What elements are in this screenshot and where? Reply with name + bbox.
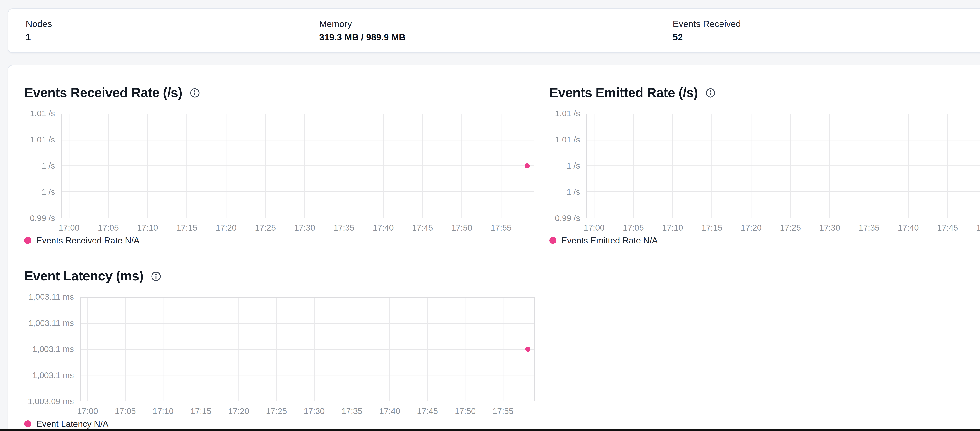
vertical-gridline [68, 114, 69, 217]
x-axis-tick-label: 17:15 [190, 406, 211, 416]
chart-legend[interactable]: Events Emitted Rate N/A [549, 235, 980, 246]
vertical-gridline [465, 298, 466, 401]
vertical-gridline [344, 114, 344, 217]
stats-summary-bar: Nodes 1 Memory 319.3 MB / 989.9 MB Event… [8, 8, 980, 53]
chart-plot-area[interactable]: 1,003.11 ms1,003.11 ms1,003.1 ms1,003.1 … [24, 297, 549, 401]
x-axis-tick-label: 17:10 [662, 223, 683, 233]
charts-panel: Events Received Rate (/s) 1.01 /s1.01 /s… [8, 65, 980, 431]
x-axis-tick-label: 17:15 [702, 223, 722, 233]
stat-events-received: Events Received 52 [673, 18, 741, 43]
x-axis-tick-label: 17:30 [304, 406, 325, 416]
horizontal-gridline [81, 349, 534, 350]
chart-plot-area[interactable]: 1.01 /s1.01 /s1 /s1 /s0.99 /s 17:0017:05… [549, 114, 980, 218]
x-axis-tick-label: 17:05 [623, 223, 644, 233]
vertical-gridline [829, 114, 830, 217]
stat-label: Events Received [673, 18, 741, 30]
x-axis-tick-label: 17:30 [819, 223, 840, 233]
vertical-gridline [594, 114, 595, 217]
x-axis-tick-label: 17:00 [584, 223, 605, 233]
vertical-gridline [908, 114, 908, 217]
vertical-gridline [633, 114, 634, 217]
x-axis-tick-label: 17:20 [741, 223, 762, 233]
y-axis: 1,003.11 ms1,003.11 ms1,003.1 ms1,003.1 … [24, 297, 74, 401]
x-axis-tick-label: 17:15 [177, 223, 197, 233]
vertical-gridline [304, 114, 305, 217]
data-point[interactable] [525, 163, 530, 168]
x-axis-tick-label: 17:20 [216, 223, 237, 233]
vertical-gridline [125, 298, 126, 401]
x-axis-tick-label: 17:40 [379, 406, 400, 416]
horizontal-gridline [62, 166, 533, 166]
stat-value: 1 [25, 32, 52, 43]
vertical-gridline [427, 298, 428, 401]
vertical-gridline [352, 298, 352, 401]
info-icon[interactable] [706, 88, 715, 98]
vertical-gridline [108, 114, 109, 217]
vertical-gridline [383, 114, 383, 217]
y-axis: 1.01 /s1.01 /s1 /s1 /s0.99 /s [24, 114, 55, 218]
legend-label: Events Emitted Rate N/A [562, 235, 658, 246]
legend-label: Event Latency N/A [36, 419, 108, 429]
vertical-gridline [226, 114, 227, 217]
y-axis-tick-label: 0.99 /s [30, 213, 55, 223]
legend-series-dot [549, 237, 557, 244]
vertical-gridline [503, 298, 504, 401]
info-icon[interactable] [190, 88, 200, 98]
chart-plot-area[interactable]: 1.01 /s1.01 /s1 /s1 /s0.99 /s 17:0017:05… [24, 114, 549, 218]
vertical-gridline [87, 298, 88, 401]
x-axis-tick-label: 17:05 [98, 223, 119, 233]
x-axis-tick-label: 17:00 [59, 223, 80, 233]
chart-legend[interactable]: Event Latency N/A [24, 418, 549, 429]
vertical-gridline [869, 114, 869, 217]
data-point[interactable] [525, 347, 530, 352]
x-axis-tick-label: 17:45 [937, 223, 958, 233]
vertical-gridline [751, 114, 752, 217]
legend-series-dot [24, 420, 31, 428]
x-axis-tick-label: 17:50 [977, 223, 980, 233]
vertical-gridline [314, 298, 315, 401]
chart-title: Event Latency (ms) [24, 268, 143, 284]
y-axis-tick-label: 1.01 /s [30, 135, 55, 145]
x-axis-tick-label: 17:50 [452, 223, 473, 233]
vertical-gridline [790, 114, 791, 217]
x-axis-tick-label: 17:35 [859, 223, 880, 233]
y-axis-tick-label: 1 /s [41, 161, 55, 171]
chart-event-latency: Event Latency (ms) 1,003.11 ms1,003.11 m… [24, 268, 549, 429]
stat-memory: Memory 319.3 MB / 989.9 MB [319, 18, 406, 43]
y-axis-tick-label: 1 /s [566, 187, 580, 197]
legend-series-dot [24, 237, 31, 244]
y-axis-tick-label: 0.99 /s [555, 213, 580, 223]
stat-value: 52 [673, 32, 741, 43]
x-axis-tick-label: 17:25 [266, 406, 287, 416]
vertical-gridline [390, 298, 390, 401]
x-axis-tick-label: 17:30 [294, 223, 315, 233]
vertical-gridline [672, 114, 673, 217]
plot-grid[interactable]: 17:0017:0517:1017:1517:2017:2517:3017:35… [586, 114, 980, 218]
y-axis-tick-label: 1,003.11 ms [29, 318, 74, 328]
y-axis-tick-label: 1.01 /s [555, 109, 580, 119]
x-axis-tick-label: 17:55 [491, 223, 512, 233]
horizontal-gridline [587, 166, 980, 166]
chart-title: Events Emitted Rate (/s) [549, 84, 698, 101]
info-icon[interactable] [151, 271, 161, 281]
vertical-gridline [147, 114, 148, 217]
y-axis-tick-label: 1,003.09 ms [28, 397, 74, 407]
horizontal-gridline [81, 323, 534, 324]
x-axis-tick-label: 17:55 [493, 406, 514, 416]
x-axis-tick-label: 17:35 [341, 406, 363, 416]
stat-label: Memory [319, 18, 406, 30]
plot-grid[interactable]: 17:0017:0517:1017:1517:2017:2517:3017:35… [61, 114, 534, 218]
chart-legend[interactable]: Events Received Rate N/A [24, 235, 549, 246]
horizontal-gridline [62, 139, 533, 140]
y-axis-tick-label: 1,003.11 ms [29, 292, 74, 302]
y-axis-tick-label: 1.01 /s [555, 135, 580, 145]
stat-label: Nodes [25, 18, 52, 30]
y-axis-tick-label: 1 /s [566, 161, 580, 171]
stat-nodes: Nodes 1 [25, 18, 52, 43]
y-axis-tick-label: 1,003.1 ms [33, 371, 74, 380]
plot-grid[interactable]: 17:0017:0517:1017:1517:2017:2517:3017:35… [80, 297, 535, 401]
y-axis-tick-label: 1 /s [41, 187, 55, 197]
vertical-gridline [238, 298, 239, 401]
x-axis-tick-label: 17:40 [898, 223, 919, 233]
x-axis-tick-label: 17:40 [373, 223, 394, 233]
